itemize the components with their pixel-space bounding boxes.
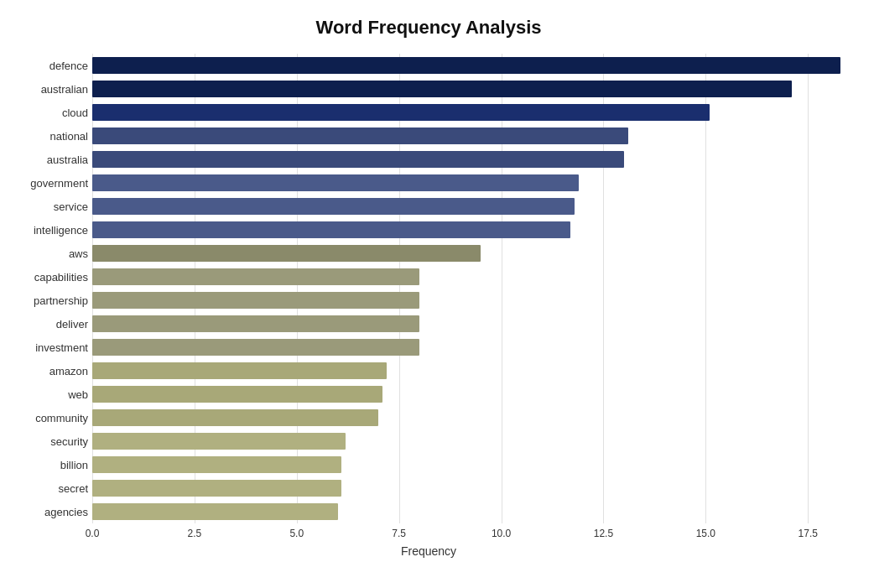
bar	[92, 151, 624, 168]
y-label: billion	[8, 453, 88, 476]
y-label: australian	[8, 77, 88, 101]
y-label: government	[8, 171, 88, 195]
y-label: capabilities	[8, 265, 88, 289]
bar	[92, 127, 628, 144]
bar	[92, 268, 419, 285]
y-label: web	[8, 382, 88, 406]
x-tick: 15.0	[696, 528, 715, 539]
y-label: cloud	[8, 101, 88, 124]
bar	[92, 503, 338, 520]
x-tick: 10.0	[492, 528, 511, 539]
bar	[92, 104, 710, 121]
y-label: secret	[8, 476, 88, 500]
bar-row	[92, 455, 849, 475]
bar-row	[92, 243, 849, 263]
bars-and-grid	[92, 54, 849, 523]
x-tick: 5.0	[289, 528, 304, 539]
y-label: defence	[8, 54, 88, 77]
y-labels: defenceaustraliancloudnationalaustraliag…	[8, 54, 92, 523]
y-label: deliver	[8, 312, 88, 336]
y-label: amazon	[8, 359, 88, 382]
y-label: intelligence	[8, 218, 88, 242]
bar-row	[92, 337, 849, 357]
y-label: community	[8, 406, 88, 429]
bars-section: defenceaustraliancloudnationalaustraliag…	[8, 54, 849, 523]
bar-row	[92, 478, 849, 498]
bar	[92, 57, 840, 74]
bar	[92, 245, 481, 262]
x-tick: 12.5	[594, 528, 613, 539]
bar	[92, 174, 579, 191]
y-label: service	[8, 195, 88, 218]
bar	[92, 221, 570, 238]
y-label: partnership	[8, 289, 88, 312]
x-tick: 2.5	[188, 528, 202, 539]
bar-row	[92, 408, 849, 428]
bar-row	[92, 361, 849, 381]
x-tick: 0.0	[86, 528, 100, 539]
y-label: security	[8, 429, 88, 453]
bar	[92, 480, 341, 497]
bar	[92, 339, 419, 356]
bar	[92, 433, 346, 450]
y-label: national	[8, 124, 88, 148]
bar-row	[92, 314, 849, 334]
bar-row	[92, 196, 849, 216]
bar-row	[92, 502, 849, 522]
bar	[92, 81, 792, 97]
bar-row	[92, 55, 849, 75]
x-tick: 7.5	[392, 528, 406, 539]
bar	[92, 409, 378, 426]
bar-row	[92, 102, 849, 122]
bar	[92, 198, 575, 215]
chart-container: Word Frequency Analysis defenceaustralia…	[0, 0, 874, 588]
x-tick: 17.5	[799, 528, 818, 539]
bar	[92, 292, 419, 309]
y-label: agencies	[8, 500, 88, 523]
bar-row	[92, 149, 849, 169]
bar	[92, 315, 419, 332]
bar-row	[92, 384, 849, 404]
y-label: aws	[8, 242, 88, 265]
bar	[92, 456, 341, 473]
bar	[92, 362, 387, 379]
x-axis-label: Frequency	[8, 544, 849, 558]
chart-title: Word Frequency Analysis	[8, 17, 849, 39]
bar-row	[92, 267, 849, 287]
y-label: australia	[8, 148, 88, 171]
chart-area: defenceaustraliancloudnationalaustraliag…	[8, 54, 849, 516]
y-label: investment	[8, 336, 88, 359]
bar-row	[92, 126, 849, 146]
bar-row	[92, 290, 849, 310]
bar-row	[92, 220, 849, 240]
bar-row	[92, 79, 849, 99]
bar-row	[92, 431, 849, 451]
bar	[92, 386, 382, 403]
bar-row	[92, 173, 849, 193]
grid-lines	[92, 54, 849, 523]
